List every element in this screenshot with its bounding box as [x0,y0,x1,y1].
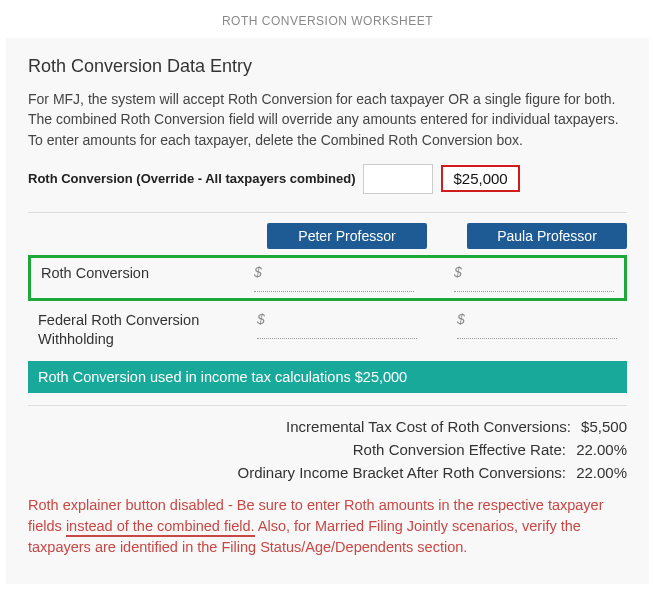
override-row: Roth Conversion (Override - All taxpayer… [28,164,627,194]
roth-conversion-highlight-box: Roth Conversion $ $ [28,255,627,301]
roth-conversion-tp2-field[interactable]: $ [454,264,614,292]
roth-conversion-row: Roth Conversion $ $ [41,262,614,294]
worksheet-title: ROTH CONVERSION WORKSHEET [0,0,655,38]
fed-withholding-row: Federal Roth Conversion Withholding $ $ [28,307,627,353]
summary-label: Incremental Tax Cost of Roth Conversions… [286,418,571,435]
row-label: Roth Conversion [41,264,254,283]
dollar-icon: $ [257,311,265,327]
taxpayer-2-pill: Paula Professor [467,223,627,249]
roth-conversion-tp1-field[interactable]: $ [254,264,414,292]
row-label: Federal Roth Conversion Withholding [38,311,257,349]
summary-effective-rate: Roth Conversion Effective Rate: 22.00% [28,441,627,458]
summary-incremental-tax: Incremental Tax Cost of Roth Conversions… [28,418,627,435]
taxpayer-header: Peter Professor Paula Professor [28,223,627,249]
section-heading: Roth Conversion Data Entry [28,56,627,77]
fed-withholding-tp2-field[interactable]: $ [457,311,617,339]
warning-text: Roth explainer button disabled - Be sure… [28,495,627,558]
summary-value: 22.00% [576,464,627,481]
summary-label: Roth Conversion Effective Rate: [353,441,566,458]
dollar-icon: $ [454,264,462,280]
fed-withholding-tp1-field[interactable]: $ [257,311,417,339]
taxpayer-1-pill: Peter Professor [267,223,427,249]
data-entry-panel: Roth Conversion Data Entry For MFJ, the … [6,38,649,584]
summary-value: $5,500 [581,418,627,435]
summary-ordinary-bracket: Ordinary Income Bracket After Roth Conve… [28,464,627,481]
dollar-icon: $ [254,264,262,280]
footer: CLOSE [0,584,655,604]
divider [28,405,627,406]
divider [28,212,627,213]
summary-label: Ordinary Income Bracket After Roth Conve… [237,464,565,481]
dollar-icon: $ [457,311,465,327]
override-label: Roth Conversion (Override - All taxpayer… [28,171,355,186]
override-highlight-value: $25,000 [441,165,519,192]
warning-underlined: instead of the combined field. [66,518,255,537]
summary-value: 22.00% [576,441,627,458]
summary-block: Incremental Tax Cost of Roth Conversions… [28,418,627,481]
override-input[interactable] [363,164,433,194]
calculation-summary-bar: Roth Conversion used in income tax calcu… [28,361,627,393]
intro-text: For MFJ, the system will accept Roth Con… [28,89,627,150]
